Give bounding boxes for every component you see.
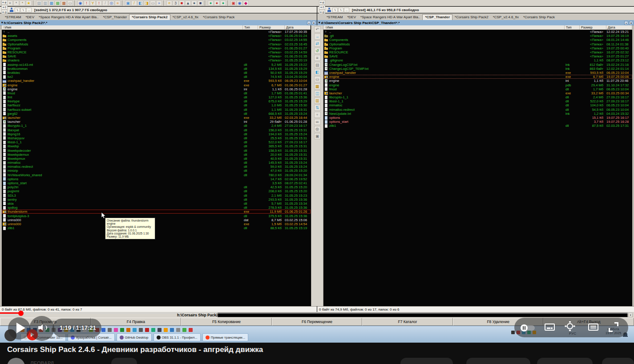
column-size[interactable]: Размер — [258, 25, 285, 29]
file-row[interactable]: .. <Папка> 17.07.25 00:35 — [2, 30, 311, 34]
toolbar-icon[interactable]: ◎ — [109, 0, 114, 6]
file-row[interactable]: unins000 exe 1,5 Мб 03.02.25 14:54 — [2, 222, 311, 226]
toolbar-icon[interactable]: ▣ — [125, 0, 131, 6]
download-pill[interactable] — [537, 358, 593, 364]
toolbar-icon[interactable]: ■ — [179, 0, 185, 6]
file-row[interactable]: mimalloc-redirect dll 54,5 Кб 06.05.23 1… — [323, 108, 632, 112]
file-row[interactable]: options 15,1 Кб 19.07.25 16:17 — [323, 116, 632, 120]
volume-icon[interactable] — [38, 324, 46, 331]
taskbar-window-button[interactable]: GitHub Desktop — [117, 333, 152, 341]
file-row[interactable]: engine exe 6,7 Мб 19.07.25 00:06 — [323, 75, 632, 79]
taskbar-window-button[interactable]: OBS 31.1.1 - Профил... — [153, 333, 201, 341]
toolbar-icon[interactable]: ≡ — [115, 0, 121, 6]
file-row[interactable]: unins000 dat 8,7 Мб 03.02.25 15:06 — [2, 218, 311, 222]
file-row[interactable]: Program <Папка> 01.06.25 01:27 — [2, 46, 311, 50]
toolbar-icon[interactable]: / — [102, 0, 108, 6]
file-row[interactable]: assets <Папка> 01.06.25 01:24 — [2, 34, 311, 38]
more-pill[interactable] — [602, 358, 634, 364]
file-row[interactable]: crashpad_handler exe 593,5 Кб 06.05.23 1… — [323, 71, 632, 75]
file-row[interactable]: mimalloc-redirect dll 59,0 Кб 31.05.25 1… — [2, 165, 311, 169]
column-name[interactable]: ↑Имя — [323, 25, 565, 29]
toolbar-icon[interactable] — [122, 0, 124, 6]
toolbar-icon[interactable]: ● — [208, 0, 214, 6]
toolbar-icon[interactable] — [74, 0, 76, 6]
file-row[interactable]: engine ini 1,1 Кб 01.06.25 01:28 — [2, 87, 311, 91]
file-row[interactable]: libssl-1_1 dll 522,0 Кб 27.09.23 16:17 — [2, 140, 311, 144]
center-toolbar-icon[interactable]: ▦ — [314, 83, 321, 89]
toolbar-icon[interactable]: ● — [214, 0, 220, 6]
fullscreen-button[interactable] — [609, 322, 618, 332]
file-row[interactable]: mimalloc dll 145,5 Кб 31.05.25 15:24 — [2, 161, 311, 165]
file-row[interactable]: launcher exe 33,2 Мб 02.03.25 16:44 — [2, 116, 311, 120]
file-row[interactable]: launcher exe 33,2 Мб 01.03.25 00:34 — [323, 91, 632, 95]
file-row[interactable]: libexpat dll 156,0 Кб 31.05.25 15:31 — [2, 128, 311, 132]
column-date[interactable]: Дата — [285, 25, 311, 29]
toolbar-icon[interactable]: ◨ — [144, 0, 149, 6]
toolbar-icon[interactable]: ▦ — [61, 0, 67, 6]
center-toolbar-icon[interactable]: + — [314, 112, 321, 118]
file-row[interactable]: ChangeLogCSP_TEMP.txt lnk 863 байт 12.02… — [323, 67, 632, 71]
function-key-button[interactable]: F6 Перемещение — [272, 318, 363, 326]
file-row[interactable]: OptionalMods <Папка> 02.03.25 16:45 — [2, 42, 311, 46]
file-row[interactable]: ChangeLogCSP.txt lnk 812 байт 15.02.24 2… — [323, 63, 632, 67]
file-row[interactable]: libwebpmux dll 40,5 Кб 31.05.25 15:31 — [2, 157, 311, 161]
channel-name[interactable]: ЛЕОВАРД — [30, 360, 54, 364]
file-row[interactable]: fmod dll 1,7 Мб 06.05.23 10:04 — [323, 87, 632, 91]
folder-tab[interactable]: *Space Rangers HD A War Apart Bla.. — [358, 15, 422, 20]
progress-bar[interactable] — [0, 312, 634, 314]
parent-dir-button[interactable]: .. — [344, 8, 349, 12]
toolbar-icon[interactable]: ◆ — [243, 0, 249, 6]
folder-tab[interactable]: *Corsairs Ship Pack — [201, 15, 237, 20]
toolbar-icon[interactable]: ! — [84, 0, 89, 6]
file-row[interactable]: harfbuzz-subset dll 1,1 Мб 31.05.25 15:3… — [2, 108, 311, 112]
center-toolbar-icon[interactable]: → — [314, 33, 321, 40]
file-row[interactable]: assimp-vc143-mt dll 5,2 Мб 31.05.25 15:2… — [2, 63, 311, 67]
tray-app-icon[interactable] — [133, 328, 137, 332]
file-row[interactable]: spdlog dll 278,5 Кб 31.05.25 15:36 — [2, 206, 311, 210]
toolbar-icon[interactable]: ● — [220, 0, 226, 6]
center-toolbar-icon[interactable]: ◫ — [314, 90, 321, 97]
scrollbar-right[interactable] — [632, 25, 634, 306]
column-date[interactable]: Дата — [606, 25, 632, 29]
toolbar-icon[interactable]: * — [13, 0, 19, 6]
toolbar-icon[interactable]: ▭ — [150, 0, 156, 6]
settings-gear-icon[interactable] — [567, 323, 573, 329]
toolbar-icon[interactable]: » — [156, 0, 162, 6]
folder-tab[interactable]: *CSP_Thander — [101, 15, 129, 20]
column-type[interactable]: Тип — [565, 25, 580, 29]
column-type[interactable]: Тип — [243, 25, 258, 29]
toolbar-icon[interactable]: ▥ — [42, 0, 48, 6]
tray-app-icon[interactable] — [170, 328, 174, 332]
file-row[interactable]: fmod dll 1,7 Мб 01.06.25 01:41 — [2, 91, 311, 95]
drive-button[interactable]: e — [1, 0, 8, 5]
play-button[interactable] — [16, 323, 25, 333]
file-row[interactable]: options_start 3,5 Кб 08.07.25 02:41 — [2, 181, 311, 185]
file-row[interactable]: zlib1 dll 88,5 Кб 31.05.25 15:19 — [2, 226, 311, 230]
file-row[interactable]: crashpad_handler exe 593,5 Кб 06.05.23 1… — [2, 79, 311, 83]
file-row[interactable]: poly2tri dll 42,5 Кб 31.05.25 15:20 — [2, 185, 311, 189]
file-row[interactable]: fmt dll 127,0 Кб 31.05.25 15:36 — [2, 95, 311, 99]
file-row[interactable]: tomlplusplus-3 dll 375,5 Кб 31.05.25 15:… — [2, 214, 311, 218]
share-pill[interactable] — [466, 358, 530, 364]
tray-icon[interactable] — [511, 331, 515, 334]
history-button[interactable]: ▾ — [312, 21, 316, 25]
channel-avatar[interactable] — [7, 358, 25, 364]
toolbar-icon[interactable]: ▩ — [55, 0, 61, 6]
function-key-button[interactable]: F5 Копирование — [181, 318, 272, 326]
center-toolbar-icon[interactable]: ⇄ — [314, 40, 321, 47]
drive-button[interactable]: f — [319, 5, 325, 10]
file-row[interactable]: OptionalMods <Папка> 08.11.24 01:38 — [323, 42, 632, 46]
tray-app-icon[interactable] — [157, 328, 162, 332]
file-row[interactable]: Program <Папка> 19.07.25 00:40 — [323, 46, 632, 50]
center-toolbar-icon[interactable]: ∞ — [314, 119, 321, 125]
folder-tab[interactable]: *Corsairs Ship Pack2 — [129, 14, 170, 20]
tray-app-icon[interactable] — [126, 328, 130, 332]
root-button2[interactable]: \ — [338, 8, 343, 12]
file-row[interactable]: Components <Папка> 03.02.25 14:55 — [2, 38, 311, 42]
file-row[interactable]: NVWaveWorks_shared dll 780,0 Кб 28.09.24… — [2, 173, 311, 177]
toolbar-icon[interactable]: ! — [96, 0, 102, 6]
file-row[interactable]: .gitignore 1,1 Кб 08.07.25 23:12 — [323, 58, 632, 62]
favorites-button[interactable]: + — [624, 21, 628, 25]
file-row[interactable]: zlib1 dll 87,5 Кб 02.03.25 17:31 — [323, 124, 632, 128]
folder-tab[interactable]: *DEV — [23, 15, 36, 20]
